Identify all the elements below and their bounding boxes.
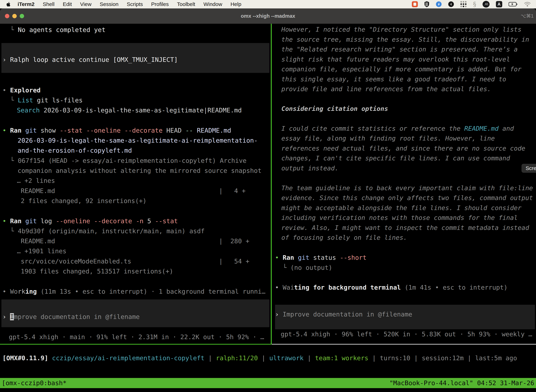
menu-item-help[interactable]: Help [230,1,241,7]
commit-msg-line: companion analysis without altering the … [18,166,262,176]
reasoning-paragraph: I could cite commit statistics or refere… [281,123,514,134]
shield-icon[interactable] [424,1,429,8]
model-status-line: gpt-5.4 xhigh · 96% left · 520K in · 5.8… [281,329,532,339]
reasoning-paragraph: might be acceptable alongside the file l… [281,203,522,213]
tmux-status-bar: [omx-cczip0:bash* "MacBook-Pro-44.local"… [0,378,536,388]
menu-bar: iTerm2 Shell Edit View Session Scripts P… [0,0,536,9]
menu-item-profiles[interactable]: Profiles [151,1,169,7]
pane-divider[interactable] [271,24,272,344]
left-terminal-pane[interactable]: └ No agents completed yet› Ralph loop ac… [0,24,271,344]
tmux-host-clock: "MacBook-Pro-44.local" 04:52 31-Mar-26 [389,378,534,388]
explored-header: • Explored [2,85,41,95]
model-status-line: gpt-5.4 xhigh · main · 91% left · 2.31M … [9,332,264,342]
agents-status-line: └ No agents completed yet [10,25,105,35]
apple-menu-icon[interactable] [6,2,10,7]
menu-app-name[interactable]: iTerm2 [18,1,34,7]
terminal-area: └ No agents completed yet› Ralph loop ac… [0,0,536,392]
battery-icon[interactable] [509,1,518,8]
cmd-output-line: └ (no output) [283,263,332,273]
explored-search-line: Search 2026-03-09-is-legal-the-same-as-l… [17,105,242,115]
cmd-git-log: • Ran git log --oneline --decorate -n 5 … [2,216,178,226]
reasoning-paragraph: this single essay, it seems like a good … [281,74,506,84]
screen-tooltip: Scre [522,164,536,173]
text-cursor: I [10,313,14,320]
dots-grid-icon[interactable] [460,1,467,8]
prompt-input-line: › Improve documentation in @filename [2,312,140,322]
reasoning-paragraph: the "Related research writing" section i… [281,44,518,54]
reasoning-paragraph: review. Also, I might want to inspect th… [281,223,529,233]
wifi-icon[interactable] [524,1,531,8]
reasoning-paragraph: companion file, especially if more comme… [281,64,522,74]
menu-item-shell[interactable]: Shell [43,1,54,7]
reasoning-paragraph: evidence. Since this change only affects… [281,193,533,203]
reasoning-paragraph: including verification notes with those … [281,213,518,223]
commit-line: └ 4b9d30f (origin/main, instructkr/main,… [10,226,205,236]
reasoning-paragraph: references need actual files, and since … [281,143,525,153]
commit-line: └ 067f154 (HEAD -> essay/ai-reimplementa… [10,156,247,166]
menu-status-icons: § ..61 A [412,1,531,8]
window-title: omx --xhigh --madmax [0,9,536,24]
menu-item-session[interactable]: Session [100,1,119,7]
recording-indicator-icon[interactable] [412,1,418,8]
menu-item-window[interactable]: Window [203,1,222,7]
left-pane-bottom-border [0,344,271,345]
cmd-git-show: • Ran git show --stat --oneline --decora… [2,125,231,135]
reasoning-heading: Considering citation options [281,104,388,114]
battery-percent-badge-icon[interactable]: ..61 [483,1,490,8]
reasoning-paragraph: changes, I can't cite specific file line… [281,153,510,163]
omx-status-bar[interactable]: [OMX#0.11.9] cczip/essay/ai-reimplementa… [0,353,536,363]
more-lines-indicator: … +2 lines [17,176,55,186]
menu-item-view[interactable]: View [80,1,91,7]
verified-badge-icon[interactable] [436,1,442,8]
reasoning-paragraph: The team guideline is to back every impo… [281,183,533,193]
reasoning-paragraph: the source tree, missing the essay. Stil… [281,34,529,44]
essay-filename-line-2: and-the-erosion-of-copyleft.md [18,145,132,155]
input-source-icon[interactable]: A [496,1,502,8]
ralph-inject-line: › Ralph loop active continue [OMX_TMUX_I… [2,55,178,65]
menu-items: iTerm2 Shell Edit View Session Scripts P… [18,1,241,7]
scripting-icon[interactable]: § [473,1,476,8]
reasoning-paragraph: provide file and line references from th… [281,84,491,94]
right-terminal-pane[interactable]: However, I noticed the "Directory Struct… [274,24,536,344]
stat-line: src/voice/voiceModeEnabled.ts | 54 + [21,256,249,266]
stat-summary-line: 1903 files changed, 513517 insertions(+) [21,266,173,276]
browser-circle-icon[interactable] [448,1,454,8]
cmd-git-status: • Ran git status --short [275,252,366,263]
stat-line: README.md | 280 + [21,236,249,246]
prompt-input-line: › Improve documentation in @filename [275,309,412,319]
menu-item-edit[interactable]: Edit [63,1,72,7]
reasoning-paragraph: of focusing solely on file lines. [281,233,407,243]
window-shortcut-badge: ⌥⌘1 [521,9,534,24]
essay-filename-line-1: 2026-03-09-is-legal-the-same-as-legitima… [18,135,258,145]
working-status-line: • Working (11m 13s • esc to interrupt) ·… [2,286,266,296]
reasoning-paragraph: essay file, along with finding root file… [281,133,495,143]
stat-line: README.md | 4 + [21,186,246,196]
right-pane-bottom-border [272,344,536,345]
reasoning-paragraph: slight risk that future readers may over… [281,54,510,64]
reasoning-paragraph: However, I noticed the "Directory Struct… [281,24,522,34]
tmux-session-label: [omx-cczip0:bash* [2,378,67,388]
reasoning-paragraph: output instead. [281,163,339,173]
waiting-status-line: • Waiting for background terminal (1m 41… [275,282,507,292]
menu-item-scripts[interactable]: Scripts [127,1,143,7]
window-title-bar: omx --xhigh --madmax ⌥⌘1 [0,9,536,24]
more-lines-indicator: … +1901 lines [17,246,67,256]
menu-item-toolbelt[interactable]: Toolbelt [177,1,195,7]
explored-list-line: └ List git ls-files [10,95,83,105]
omx-status-line: [OMX#0.11.9] cczip/essay/ai-reimplementa… [2,353,517,363]
stat-summary-line: 2 files changed, 92 insertions(+) [21,196,147,206]
